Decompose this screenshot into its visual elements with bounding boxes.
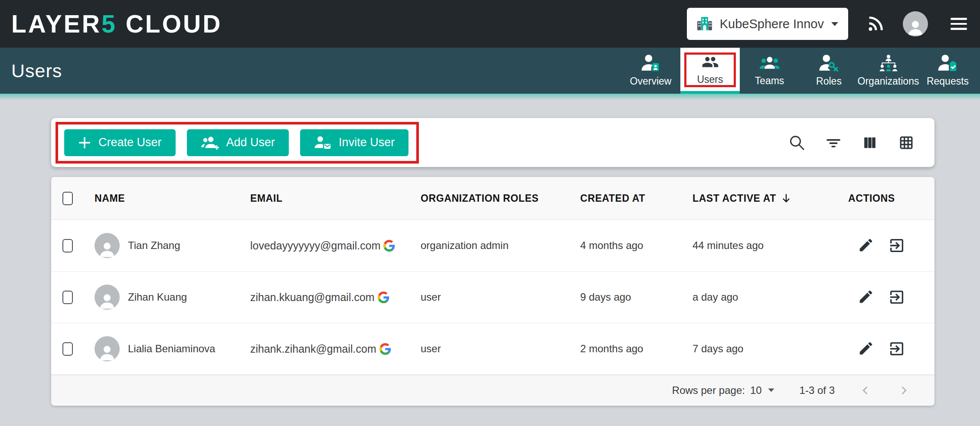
user-created-at: 9 days ago <box>580 291 693 303</box>
invite-user-button[interactable]: Invite User <box>300 129 408 156</box>
logo-layer-text: LAYER <box>11 9 101 38</box>
tab-label: Users <box>697 74 723 85</box>
table-row[interactable]: Lialia Beniaminova zihank.zihank@gmail.c… <box>51 323 934 375</box>
tab-label: Teams <box>755 75 784 87</box>
column-header-email[interactable]: EMAIL <box>250 193 421 204</box>
user-avatar[interactable] <box>903 11 928 36</box>
row-checkbox[interactable] <box>62 342 73 356</box>
button-label: Add User <box>226 136 275 149</box>
previous-page-icon[interactable] <box>860 385 871 396</box>
user-last-active-at: a day ago <box>693 291 848 303</box>
organization-name: KubeSphere Innov <box>720 17 824 31</box>
user-created-at: 2 months ago <box>580 343 693 355</box>
user-created-at: 4 months ago <box>580 239 693 252</box>
next-page-icon[interactable] <box>898 385 909 396</box>
layer5-cloud-logo[interactable]: LAYER5CLOUD <box>11 9 222 38</box>
user-email: zihan.kkuang@gmail.com <box>250 291 375 304</box>
users-toolbar: Create User Add User <box>51 118 934 167</box>
row-avatar <box>95 336 120 361</box>
chevron-down-icon <box>768 388 774 392</box>
person-add-icon <box>201 135 219 150</box>
column-header-last-active-at[interactable]: LAST ACTIVE AT <box>693 193 848 204</box>
columns-view-icon[interactable] <box>861 134 879 152</box>
top-bar: LAYER5CLOUD KubeSphere Innov <box>0 0 980 48</box>
google-provider-icon <box>378 292 389 303</box>
search-icon[interactable] <box>788 134 806 152</box>
google-provider-icon <box>379 343 391 355</box>
plus-icon <box>78 136 91 149</box>
user-email: zihank.zihank@gmail.com <box>250 343 376 355</box>
remove-user-icon[interactable] <box>888 340 905 357</box>
grid-view-icon[interactable] <box>897 134 915 152</box>
navbar-gradient-divider <box>0 94 980 100</box>
user-name: Lialia Beniaminova <box>128 343 215 355</box>
select-all-checkbox[interactable] <box>62 192 73 205</box>
button-label: Create User <box>98 136 162 149</box>
people-icon <box>699 53 722 71</box>
column-header-organization-roles[interactable]: ORGANIZATION ROLES <box>421 193 580 204</box>
row-checkbox[interactable] <box>62 291 73 304</box>
tab-users[interactable]: Users <box>680 48 740 94</box>
edit-user-icon[interactable] <box>858 340 874 357</box>
row-checkbox[interactable] <box>62 239 73 252</box>
users-navbar: Users Overview Users <box>0 48 980 94</box>
user-email: lovedayyyyyyy@gmail.com <box>250 239 380 252</box>
rows-per-page-value: 10 <box>750 384 762 397</box>
rss-icon[interactable] <box>866 14 885 34</box>
page-title: Users <box>11 60 62 82</box>
hamburger-menu-icon[interactable] <box>951 18 967 30</box>
column-header-name[interactable]: NAME <box>84 193 250 204</box>
user-org-roles: organization admin <box>421 239 580 252</box>
tab-label: Organizations <box>858 75 919 87</box>
column-header-actions: ACTIONS <box>848 193 934 204</box>
person-key-icon <box>819 54 839 72</box>
nav-items: Overview Users <box>621 48 980 94</box>
user-org-roles: user <box>421 343 580 355</box>
remove-user-icon[interactable] <box>888 237 905 254</box>
tab-label: Overview <box>630 75 672 87</box>
org-chart-icon <box>879 54 898 72</box>
row-avatar <box>95 285 120 310</box>
person-clipboard-icon <box>938 54 958 72</box>
create-user-button[interactable]: Create User <box>64 129 176 156</box>
person-invite-icon <box>314 135 331 150</box>
table-row[interactable]: Tian Zhang lovedayyyyyyy@gmail.com organ… <box>51 220 934 272</box>
chevron-down-icon <box>831 22 839 26</box>
rows-per-page-select[interactable]: 10 <box>750 384 774 397</box>
user-name: Zihan Kuang <box>128 291 187 303</box>
remove-user-icon[interactable] <box>888 288 905 306</box>
table-view-controls <box>788 134 915 152</box>
add-user-button[interactable]: Add User <box>187 129 289 156</box>
edit-user-icon[interactable] <box>858 237 874 254</box>
tab-teams[interactable]: Teams <box>740 48 799 94</box>
users-table: NAME EMAIL ORGANIZATION ROLES CREATED AT… <box>51 177 934 406</box>
organization-switcher[interactable]: KubeSphere Innov <box>687 8 848 40</box>
row-avatar <box>95 233 120 258</box>
tab-label: Requests <box>927 75 969 87</box>
user-last-active-at: 44 minutes ago <box>693 239 848 252</box>
filter-icon[interactable] <box>824 134 843 152</box>
group-icon <box>758 55 781 72</box>
tab-requests[interactable]: Requests <box>918 48 977 94</box>
logo-five-text: 5 <box>101 9 117 38</box>
google-provider-icon <box>383 240 395 252</box>
person-badge-icon <box>641 54 661 72</box>
tab-organizations[interactable]: Organizations <box>859 48 918 94</box>
tab-roles[interactable]: Roles <box>799 48 859 94</box>
user-name: Tian Zhang <box>128 239 180 252</box>
pagination-range: 1-3 of 3 <box>800 384 835 397</box>
logo-cloud-text: CLOUD <box>126 9 222 38</box>
tab-label: Roles <box>816 75 842 87</box>
annotation-box-user-buttons: Create User Add User <box>56 122 419 164</box>
button-label: Invite User <box>339 136 395 149</box>
column-header-created-at[interactable]: CREATED AT <box>580 193 693 204</box>
tab-overview[interactable]: Overview <box>621 48 680 94</box>
table-row[interactable]: Zihan Kuang zihan.kkuang@gmail.com user … <box>51 272 934 323</box>
edit-user-icon[interactable] <box>858 288 874 306</box>
table-header-row: NAME EMAIL ORGANIZATION ROLES CREATED AT… <box>51 177 934 220</box>
sort-descending-arrow-icon <box>781 193 792 204</box>
table-pagination-footer: Rows per page: 10 1-3 of 3 <box>51 375 934 405</box>
building-icon <box>696 16 713 32</box>
user-org-roles: user <box>421 291 580 303</box>
rows-per-page-label: Rows per page: <box>672 384 745 397</box>
